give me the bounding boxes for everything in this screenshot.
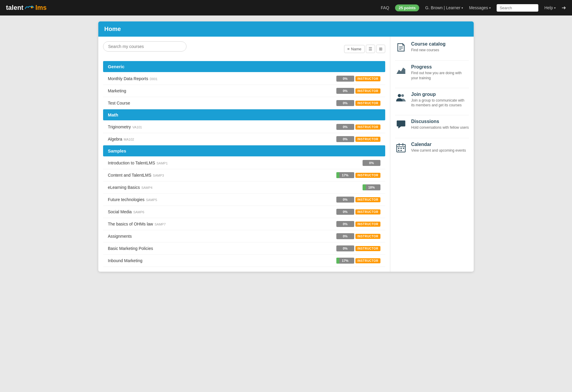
course-name: Social MediaSAMP6 bbox=[108, 209, 336, 214]
logo[interactable]: talent lms bbox=[6, 4, 47, 12]
category-header-samples: Samples bbox=[103, 145, 385, 156]
logout-icon[interactable]: ➜ bbox=[562, 4, 566, 11]
search-input[interactable] bbox=[497, 4, 538, 12]
progress-text: Progress Find out how you are doing with… bbox=[411, 64, 469, 81]
svg-marker-4 bbox=[397, 68, 405, 74]
course-name: Monthly Data ReportsD001 bbox=[108, 76, 336, 81]
svg-point-0 bbox=[31, 7, 33, 8]
calendar-desc: View current and upcoming events bbox=[411, 148, 466, 153]
user-label: G. Brown | Learner bbox=[425, 5, 460, 10]
course-name: eLearning BasicsSAMP4 bbox=[108, 185, 363, 190]
help-caret-icon: ▾ bbox=[554, 6, 556, 10]
progress-text: 0% bbox=[343, 234, 348, 238]
progress-bar: 18% bbox=[363, 184, 380, 190]
user-menu[interactable]: G. Brown | Learner ▾ bbox=[425, 5, 463, 10]
course-name: Basic Marketing Policies bbox=[108, 246, 336, 251]
progress-text: 0% bbox=[343, 210, 348, 214]
course-name: The basics of OHMs lawSAMP7 bbox=[108, 222, 336, 226]
svg-point-7 bbox=[401, 94, 404, 97]
course-row[interactable]: Social MediaSAMP60%INSTRUCTOR bbox=[103, 206, 385, 218]
course-actions: 0% bbox=[363, 160, 380, 166]
course-row[interactable]: Basic Marketing Policies0%INSTRUCTOR bbox=[103, 242, 385, 255]
course-row[interactable]: The basics of OHMs lawSAMP70%INSTRUCTOR bbox=[103, 218, 385, 230]
sidebar-item-discussions[interactable]: Discussions Hold conversations with fell… bbox=[395, 119, 469, 131]
progress-bar: 0% bbox=[336, 197, 354, 203]
progress-text: 0% bbox=[343, 198, 348, 201]
course-code: SAMP6 bbox=[133, 210, 144, 214]
divider-2 bbox=[395, 88, 469, 88]
course-row[interactable]: Content and TalentLMSSAMP317%INSTRUCTOR bbox=[103, 169, 385, 181]
course-row[interactable]: Test Course0%INSTRUCTOR bbox=[103, 97, 385, 109]
progress-bar: 0% bbox=[336, 124, 354, 130]
course-catalog-desc: Find new courses bbox=[411, 48, 446, 53]
messages-menu[interactable]: Messages ▾ bbox=[469, 5, 491, 10]
right-panel: Course catalog Find new courses Progress… bbox=[390, 37, 474, 272]
course-actions: 0%INSTRUCTOR bbox=[336, 76, 380, 82]
category-header-math: Math bbox=[103, 109, 385, 120]
grid-view-button[interactable]: ⊞ bbox=[376, 45, 385, 53]
faq-link[interactable]: FAQ bbox=[381, 5, 389, 10]
course-code: MA102 bbox=[124, 138, 134, 141]
course-actions: 0%INSTRUCTOR bbox=[336, 209, 380, 215]
course-row[interactable]: eLearning BasicsSAMP418% bbox=[103, 181, 385, 194]
course-actions: 17%INSTRUCTOR bbox=[336, 172, 380, 178]
progress-icon bbox=[395, 64, 407, 76]
course-actions: 0%INSTRUCTOR bbox=[336, 233, 380, 239]
list-view-button[interactable]: ☰ bbox=[366, 45, 375, 53]
progress-text: 0% bbox=[343, 125, 348, 129]
course-name: Marketing bbox=[108, 88, 336, 93]
progress-text: 0% bbox=[343, 222, 348, 226]
course-name: Content and TalentLMSSAMP3 bbox=[108, 173, 336, 178]
progress-bar: 0% bbox=[336, 245, 354, 251]
progress-bar: 17% bbox=[336, 172, 354, 178]
course-row[interactable]: TriginometryVA1010%INSTRUCTOR bbox=[103, 121, 385, 133]
progress-text: 0% bbox=[343, 89, 348, 93]
course-catalog-title: Course catalog bbox=[411, 41, 446, 47]
progress-bar: 0% bbox=[336, 88, 354, 94]
course-row[interactable]: Marketing0%INSTRUCTOR bbox=[103, 85, 385, 97]
course-code: SAMP7 bbox=[155, 223, 166, 226]
sidebar-item-join-group[interactable]: Join group Join a group to communicate w… bbox=[395, 92, 469, 108]
main-container: Home ≡ Name ☰ ⊞ bbox=[98, 21, 474, 272]
instructor-badge: INSTRUCTOR bbox=[355, 258, 380, 263]
svg-rect-15 bbox=[398, 150, 400, 151]
join-group-icon bbox=[395, 92, 407, 104]
join-group-desc: Join a group to communicate with its mem… bbox=[411, 98, 469, 108]
sidebar-item-course-catalog[interactable]: Course catalog Find new courses bbox=[395, 41, 469, 53]
points-badge[interactable]: 25 points bbox=[395, 4, 419, 11]
progress-text: 17% bbox=[342, 259, 349, 262]
sidebar-item-progress[interactable]: Progress Find out how you are doing with… bbox=[395, 64, 469, 81]
progress-bar: 0% bbox=[336, 221, 354, 227]
progress-text: 0% bbox=[369, 161, 374, 165]
sidebar-item-calendar[interactable]: Calendar View current and upcoming event… bbox=[395, 142, 469, 154]
instructor-badge: INSTRUCTOR bbox=[355, 137, 380, 142]
help-label: Help bbox=[544, 5, 553, 10]
course-row[interactable]: Monthly Data ReportsD0010%INSTRUCTOR bbox=[103, 73, 385, 85]
svg-rect-16 bbox=[400, 150, 402, 151]
svg-point-6 bbox=[398, 94, 401, 97]
calendar-title: Calendar bbox=[411, 142, 466, 147]
course-actions: 0%INSTRUCTOR bbox=[336, 124, 380, 130]
course-row[interactable]: Introduction to TalentLMSSAMP10% bbox=[103, 157, 385, 169]
top-navigation: talent lms FAQ 25 points G. Brown | Lear… bbox=[0, 0, 572, 15]
course-name: Introduction to TalentLMSSAMP1 bbox=[108, 161, 363, 165]
list-icon: ☰ bbox=[369, 46, 372, 51]
course-code: SAMP3 bbox=[153, 174, 164, 177]
svg-rect-13 bbox=[400, 148, 402, 149]
sort-name-button[interactable]: ≡ Name bbox=[344, 45, 365, 53]
divider-4 bbox=[395, 138, 469, 138]
help-menu[interactable]: Help ▾ bbox=[544, 5, 556, 10]
course-actions: 0%INSTRUCTOR bbox=[336, 136, 380, 142]
course-actions: 17%INSTRUCTOR bbox=[336, 258, 380, 264]
course-row[interactable]: Future technologiesSAMP50%INSTRUCTOR bbox=[103, 194, 385, 206]
course-row[interactable]: Assignments0%INSTRUCTOR bbox=[103, 230, 385, 242]
instructor-badge: INSTRUCTOR bbox=[355, 101, 380, 106]
user-caret-icon: ▾ bbox=[461, 6, 463, 10]
course-row[interactable]: AlgebraMA1020%INSTRUCTOR bbox=[103, 133, 385, 145]
discussions-icon bbox=[395, 119, 407, 131]
course-row[interactable]: Inbound Marketing17%INSTRUCTOR bbox=[103, 255, 385, 267]
course-search-input[interactable] bbox=[103, 41, 186, 52]
left-panel: ≡ Name ☰ ⊞ GenericMonthly Data ReportsD0… bbox=[98, 37, 390, 272]
svg-rect-14 bbox=[403, 148, 404, 149]
course-catalog-text: Course catalog Find new courses bbox=[411, 41, 446, 53]
